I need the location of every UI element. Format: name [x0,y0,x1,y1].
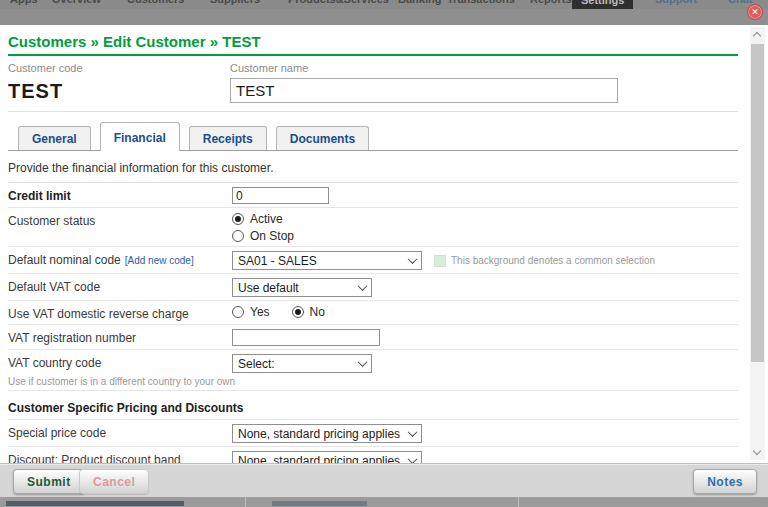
product-discount-band-select[interactable]: None, standard pricing applies [232,451,422,463]
default-vat-code-value: Use default [238,281,299,295]
nav-item-customers[interactable]: Customers [127,0,184,8]
special-price-code-value: None, standard pricing applies [238,427,400,441]
cancel-button[interactable]: Cancel [79,469,149,494]
credit-limit-input[interactable] [232,187,329,204]
radio-no-icon[interactable] [292,306,304,318]
common-selection-legend: This background denotes a common selecti… [434,255,655,267]
vat-reverse-charge-label: Use VAT domestic reverse charge [8,305,232,321]
chevron-down-icon [408,427,418,437]
radio-no[interactable]: No [292,305,325,319]
scroll-up-icon[interactable] [750,27,765,42]
scroll-down-icon[interactable] [750,445,765,460]
vat-country-code-hint: Use if customer is in a different countr… [8,376,738,387]
close-icon[interactable]: ✕ [747,4,763,20]
tab-general[interactable]: General [18,126,91,150]
default-nominal-code-label-text: Default nominal code [8,253,121,267]
pricing-section-title: Customer Specific Pricing and Discounts [8,401,738,420]
title-underline [8,54,738,56]
row-vat-registration-number: VAT registration number [8,325,738,350]
vat-country-code-select[interactable]: Select: [232,354,372,373]
nav-item-banking[interactable]: Banking [398,0,441,8]
common-selection-text: This background denotes a common selecti… [451,255,655,266]
row-customer-status: Customer status Active On Stop [8,208,738,247]
breadcrumb-title: Customers » Edit Customer » TEST [8,33,738,50]
special-price-code-select[interactable]: None, standard pricing applies [232,424,422,443]
vat-registration-number-input[interactable] [232,329,380,346]
customer-code-value: TEST [8,80,230,103]
nav-item-apps[interactable]: Apps [10,0,38,8]
product-discount-band-value: None, standard pricing applies [238,454,400,464]
row-special-price-code: Special price code None, standard pricin… [8,420,738,447]
vat-registration-number-label: VAT registration number [8,329,232,345]
scrollbar-thumb[interactable] [751,44,764,362]
header-divider [8,111,738,112]
row-vat-country-code: VAT country code Select: Use if customer… [8,350,738,391]
radio-no-label: No [310,305,325,319]
customer-name-input[interactable] [230,78,618,103]
row-product-discount-band: Discount: Product discount band None, st… [8,447,738,463]
radio-yes-icon[interactable] [232,306,244,318]
product-discount-band-label: Discount: Product discount band [8,451,232,463]
default-vat-code-label: Default VAT code [8,278,232,294]
default-nominal-code-select[interactable]: SA01 - SALES [232,251,422,270]
radio-active-icon[interactable] [232,213,244,225]
customer-header: Customer code TEST Customer name [8,62,738,103]
scrollbar[interactable] [750,27,765,460]
default-vat-code-select[interactable]: Use default [232,278,372,297]
background-navbar: Apps Overview Customers Suppliers Produc… [0,0,768,9]
customer-code-label: Customer code [8,62,230,74]
tab-bar: General Financial Receipts Documents [8,122,738,151]
dimmed-text-fragment [272,501,367,506]
special-price-code-label: Special price code [8,424,232,440]
row-vat-reverse-charge: Use VAT domestic reverse charge Yes No [8,301,738,325]
customer-name-label: Customer name [230,62,738,74]
common-selection-swatch [434,255,446,267]
vat-country-code-label: VAT country code [8,354,232,370]
credit-limit-label: Credit limit [8,187,232,203]
chevron-down-icon [408,454,418,463]
dimmed-column-divider [518,497,519,507]
modal-footer: Submit Cancel Notes [0,463,768,497]
radio-yes[interactable]: Yes [232,305,270,319]
tab-intro-text: Provide the financial information for th… [8,161,738,175]
radio-active[interactable]: Active [232,212,294,226]
tab-financial[interactable]: Financial [100,122,180,151]
edit-customer-modal: Customers » Edit Customer » TEST Custome… [0,25,768,463]
nav-item-reports[interactable]: Reports [530,0,572,8]
add-new-code-link[interactable]: [Add new code] [125,255,194,266]
radio-yes-label: Yes [250,305,270,319]
nav-item-products-services[interactable]: Products&Services [288,0,389,8]
default-nominal-code-value: SA01 - SALES [238,254,317,268]
chevron-down-icon [408,254,418,264]
radio-on-stop-icon[interactable] [232,230,244,242]
submit-button[interactable]: Submit [13,469,85,494]
chevron-down-icon [358,281,368,291]
radio-active-label: Active [250,212,283,226]
row-default-vat-code: Default VAT code Use default [8,274,738,301]
radio-on-stop[interactable]: On Stop [232,229,294,243]
nav-item-suppliers[interactable]: Suppliers [210,0,260,8]
nav-item-settings[interactable]: Settings [572,0,633,9]
dimmed-column-divider [245,497,246,507]
nav-item-support[interactable]: Support [655,0,697,8]
default-nominal-code-label: Default nominal code[Add new code] [8,251,232,267]
customer-status-label: Customer status [8,212,232,228]
nav-item-transactions[interactable]: Transactions [447,0,515,8]
tab-receipts[interactable]: Receipts [189,126,267,150]
notes-button[interactable]: Notes [693,469,757,494]
background-page-sliver [0,497,768,507]
row-default-nominal-code: Default nominal code[Add new code] SA01 … [8,247,738,274]
vat-country-code-value: Select: [238,357,275,371]
dimmed-text-fragment [6,501,184,506]
row-credit-limit: Credit limit [8,183,738,208]
radio-on-stop-label: On Stop [250,229,294,243]
chevron-down-icon [358,357,368,367]
tab-documents[interactable]: Documents [276,126,369,150]
nav-item-overview[interactable]: Overview [52,0,101,8]
